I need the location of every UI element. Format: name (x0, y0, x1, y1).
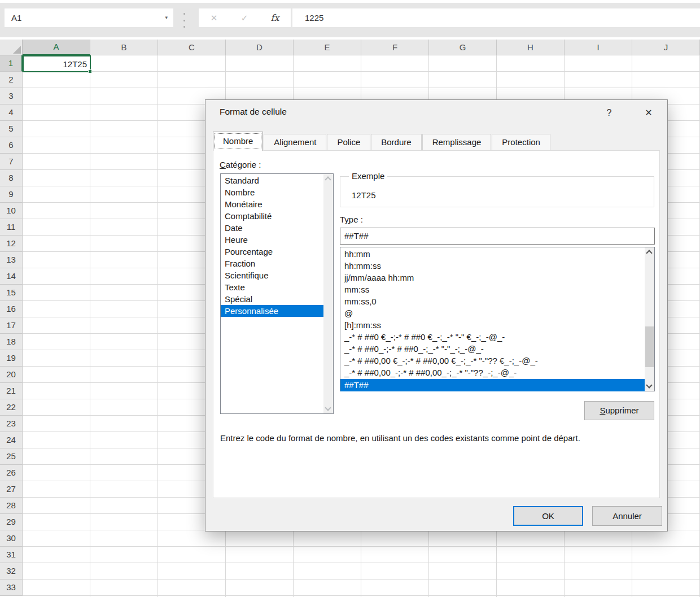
formula-input[interactable]: 1225 (292, 8, 700, 27)
row-header-3[interactable]: 3 (0, 88, 23, 104)
cancel-button[interactable]: Annuler (592, 506, 662, 526)
row-header-30[interactable]: 30 (0, 530, 23, 547)
row-header-32[interactable]: 32 (0, 563, 23, 579)
format-code-item[interactable]: jj/mm/aaaa hh:mm (340, 272, 645, 284)
row-header-12[interactable]: 12 (0, 236, 23, 252)
row-header-25[interactable]: 25 (0, 448, 23, 465)
row-header-16[interactable]: 16 (0, 301, 23, 317)
tab-alignement[interactable]: Alignement (264, 134, 326, 151)
column-header-d[interactable]: D (226, 40, 294, 55)
row-header-29[interactable]: 29 (0, 514, 23, 530)
column-header-h[interactable]: H (497, 40, 565, 55)
category-item[interactable]: Nombre (221, 186, 323, 198)
column-header-f[interactable]: F (361, 40, 429, 55)
format-codes-scrollbar[interactable] (645, 247, 654, 391)
row-header-26[interactable]: 26 (0, 465, 23, 481)
category-item[interactable]: Monétaire (221, 198, 323, 210)
category-item[interactable]: Date (221, 222, 323, 234)
confirm-entry-icon[interactable]: ✓ (229, 13, 260, 23)
row-header-7[interactable]: 7 (0, 154, 23, 170)
category-item[interactable]: Scientifique (221, 269, 323, 281)
category-label: Catégorie : (220, 160, 261, 169)
column-header-e[interactable]: E (294, 40, 361, 55)
scroll-down-icon[interactable] (645, 381, 654, 391)
insert-function-icon[interactable]: fx (260, 12, 290, 23)
row-header-24[interactable]: 24 (0, 432, 23, 448)
active-cell-a1[interactable]: 12T25 (23, 55, 91, 72)
scroll-up-icon[interactable] (323, 174, 333, 184)
help-icon[interactable]: ? (601, 106, 618, 120)
format-code-item[interactable]: ##T## (340, 379, 645, 391)
category-item[interactable]: Fraction (221, 258, 323, 269)
row-header-4[interactable]: 4 (0, 104, 23, 121)
name-box[interactable]: A1 ▾ (5, 8, 173, 27)
row-header-9[interactable]: 9 (0, 186, 23, 203)
select-all-corner[interactable] (0, 40, 23, 55)
row-header-20[interactable]: 20 (0, 367, 23, 383)
format-code-item[interactable]: @ (340, 307, 645, 319)
format-code-item[interactable]: mm:ss,0 (340, 295, 645, 307)
row-header-10[interactable]: 10 (0, 203, 23, 219)
row-header-28[interactable]: 28 (0, 498, 23, 514)
type-input-value: ##T## (344, 231, 369, 241)
row-header-14[interactable]: 14 (0, 268, 23, 285)
fill-handle[interactable] (88, 69, 92, 73)
format-code-item[interactable]: [h]:mm:ss (340, 319, 645, 331)
row-header-17[interactable]: 17 (0, 317, 23, 334)
tab-police[interactable]: Police (327, 134, 370, 151)
row-header-23[interactable]: 23 (0, 416, 23, 432)
category-item[interactable]: Pourcentage (221, 246, 323, 258)
category-scrollbar[interactable] (323, 174, 333, 413)
category-item[interactable]: Standard (221, 175, 323, 186)
scrollbar-thumb[interactable] (645, 326, 654, 367)
column-header-i[interactable]: I (565, 40, 632, 55)
close-icon[interactable]: ✕ (639, 106, 658, 120)
format-code-item[interactable]: mm:ss (340, 284, 645, 295)
format-code-item[interactable]: hh:mm:ss (340, 260, 645, 272)
column-header-b[interactable]: B (90, 40, 158, 55)
row-header-31[interactable]: 31 (0, 547, 23, 563)
scroll-down-icon[interactable] (323, 404, 333, 413)
column-header-c[interactable]: C (158, 40, 226, 55)
format-code-item[interactable]: _-* # ##0,00_-;-* # ##0,00_-;_-* "-"??_-… (340, 367, 645, 378)
name-box-dropdown-icon[interactable]: ▾ (165, 8, 168, 27)
column-header-j[interactable]: J (632, 40, 700, 55)
row-header-22[interactable]: 22 (0, 399, 23, 416)
row-header-33[interactable]: 33 (0, 579, 23, 596)
column-header-a[interactable]: A (23, 40, 90, 55)
row-header-13[interactable]: 13 (0, 252, 23, 268)
formula-bar-resize-handle[interactable] (182, 12, 186, 28)
category-item[interactable]: Heure (221, 234, 323, 246)
delete-button[interactable]: Supprimer (584, 401, 654, 420)
type-input[interactable]: ##T## (340, 228, 655, 245)
row-header-6[interactable]: 6 (0, 137, 23, 154)
category-item[interactable]: Texte (221, 281, 323, 293)
format-code-item[interactable]: _-* # ##0,00 €_-;-* # ##0,00 €_-;_-* "-"… (340, 355, 645, 367)
column-header-g[interactable]: G (429, 40, 497, 55)
row-header-15[interactable]: 15 (0, 285, 23, 301)
tab-bordure[interactable]: Bordure (371, 134, 421, 151)
format-codes-listbox[interactable]: hh:mmhh:mm:ssjj/mm/aaaa hh:mmmm:ssmm:ss,… (340, 247, 655, 391)
row-header-18[interactable]: 18 (0, 334, 23, 350)
ok-button[interactable]: OK (513, 506, 583, 526)
row-header-8[interactable]: 8 (0, 170, 23, 186)
cancel-entry-icon[interactable]: ✕ (199, 13, 229, 23)
row-header-11[interactable]: 11 (0, 219, 23, 236)
format-code-item[interactable]: _-* # ##0_-;-* # ##0_-;_-* "-"_-;_-@_- (340, 343, 645, 355)
format-code-item[interactable]: hh:mm (340, 248, 645, 260)
scroll-up-icon[interactable] (645, 247, 654, 257)
row-header-19[interactable]: 19 (0, 350, 23, 367)
tab-remplissage[interactable]: Remplissage (422, 134, 492, 151)
category-item[interactable]: Spécial (221, 293, 323, 305)
row-header-5[interactable]: 5 (0, 121, 23, 137)
row-header-2[interactable]: 2 (0, 72, 23, 88)
row-header-21[interactable]: 21 (0, 383, 23, 399)
row-header-27[interactable]: 27 (0, 481, 23, 498)
tab-protection[interactable]: Protection (492, 134, 550, 151)
format-code-item[interactable]: _-* # ##0 €_-;-* # ##0 €_-;_-* "-" €_-;_… (340, 331, 645, 343)
row-header-1[interactable]: 1 (0, 55, 23, 72)
category-listbox[interactable]: StandardNombreMonétaireComptabilitéDateH… (220, 173, 334, 414)
tab-nombre[interactable]: Nombre (213, 132, 263, 151)
category-item[interactable]: Comptabilité (221, 210, 323, 222)
category-item[interactable]: Personnalisée (221, 305, 323, 317)
